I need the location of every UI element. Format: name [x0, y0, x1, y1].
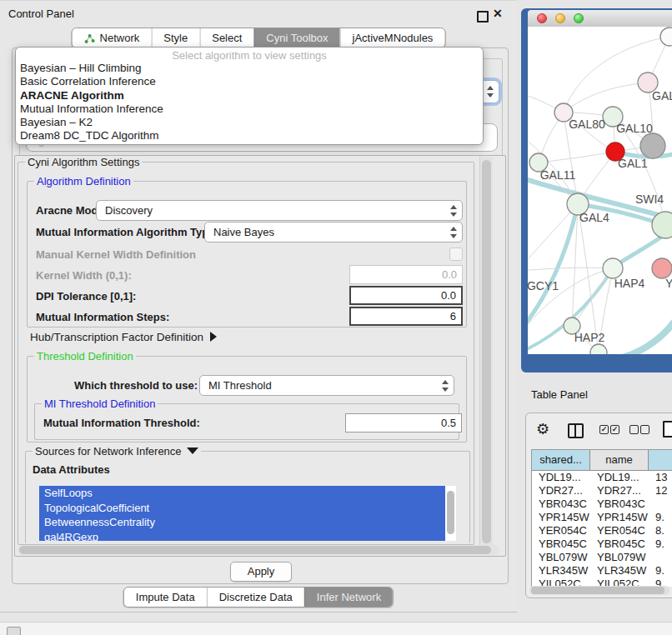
table-cell: YDL19...: [532, 471, 590, 484]
maximize-traffic-light-icon[interactable]: [574, 13, 584, 23]
new-table-icon[interactable]: [663, 421, 672, 438]
node-label: GAL80: [569, 118, 605, 131]
close-traffic-light-icon[interactable]: [537, 13, 547, 23]
settings-gear-icon[interactable]: ⚙: [536, 420, 549, 438]
network-canvas[interactable]: GALGAL80GAL10GAL1GAL11GAL4SWI4GCY1HAP4YH…: [528, 27, 672, 354]
tab-infer-network[interactable]: Infer Network: [304, 588, 393, 607]
data-attributes-label: Data Attributes: [33, 463, 110, 476]
table-cell: [649, 498, 672, 511]
table-cell: 9.: [649, 538, 672, 551]
table-cell: YLR345W: [590, 564, 649, 578]
table-horizontal-scrollbar[interactable]: [529, 586, 669, 595]
manual-kernel-label: Manual Kernel Width Definition: [36, 248, 196, 261]
network-icon: [84, 32, 96, 44]
column-view-icon[interactable]: [568, 423, 584, 438]
algorithm-option[interactable]: ARACNE Algorithm: [16, 89, 483, 102]
popup-item-list: Bayesian – Hill ClimbingBasic Correlatio…: [16, 62, 483, 143]
table-row[interactable]: YBR045CYBR045C9.: [532, 538, 672, 551]
combo-value: Discovery: [105, 204, 153, 217]
tab-network[interactable]: Network: [73, 28, 152, 48]
table-cell: YDL19...: [590, 471, 649, 484]
vertical-scrollbar[interactable]: [479, 157, 493, 553]
column-header-shared[interactable]: shared...: [532, 450, 590, 470]
table-row[interactable]: YER054CYER054C8.: [532, 524, 672, 538]
scrollbar-thumb[interactable]: [531, 587, 664, 594]
mi-threshold-definition-group: MI Threshold Definition Mutual Informati…: [34, 403, 459, 440]
tab-jactivemnodules[interactable]: jActiveMNodules: [340, 28, 445, 48]
tab-select[interactable]: Select: [199, 28, 253, 48]
network-window-titlebar[interactable]: [528, 10, 672, 28]
combo-stepper-icon: [450, 205, 458, 217]
hub-definition-toggle[interactable]: Hub/Transcription Factor Definition: [30, 331, 217, 343]
tab-discretize-data[interactable]: Discretize Data: [207, 588, 304, 607]
algorithm-option[interactable]: Mutual Information Inference: [16, 102, 483, 116]
dpi-tolerance-field[interactable]: 0.0: [349, 286, 463, 305]
sources-toggle[interactable]: Sources for Network Inference: [33, 445, 201, 458]
table-row[interactable]: YDL19...YDL19...13: [532, 471, 672, 484]
attribute-list-item[interactable]: TopologicalCoefficient: [39, 501, 445, 516]
tab-impute-data[interactable]: Impute Data: [124, 588, 207, 607]
mi-algorithm-type-combobox[interactable]: Naive Bayes: [204, 222, 463, 242]
tab-cyni-toolbox[interactable]: Cyni Toolbox: [253, 28, 339, 48]
algorithm-option[interactable]: Dream8 DC_TDC Algorithm: [16, 129, 483, 142]
column-header-name[interactable]: name: [590, 450, 649, 470]
network-edge: [539, 152, 615, 162]
minimized-panel-icon[interactable]: [7, 627, 21, 635]
mi-threshold-field[interactable]: 0.5: [345, 413, 462, 432]
aracne-mode-combobox[interactable]: Discovery: [96, 200, 463, 221]
network-node-y[interactable]: [652, 258, 672, 278]
table-cell: YBR043C: [590, 498, 649, 511]
column-header-a[interactable]: A: [649, 450, 672, 470]
network-node-hap4[interactable]: [603, 258, 623, 278]
table-row[interactable]: YDR27...YDR27...12: [532, 484, 672, 498]
deselect-all-icon[interactable]: [629, 425, 639, 434]
table-cell: YPR145W: [590, 511, 649, 524]
table-cell: 9.: [649, 511, 672, 524]
table-cell: YBR045C: [590, 538, 649, 551]
scrollbar-thumb[interactable]: [19, 546, 491, 554]
mi-steps-field[interactable]: 6: [349, 307, 463, 326]
list-scrollbar-thumb[interactable]: [447, 491, 454, 534]
algorithm-option[interactable]: Bayesian – K2: [16, 116, 483, 129]
tab-label: jActiveMNodules: [353, 32, 434, 44]
network-node[interactable]: [640, 133, 665, 158]
network-node[interactable]: [590, 344, 607, 354]
table-row[interactable]: YBR043CYBR043C: [532, 498, 672, 511]
table-cell: YBR043C: [532, 498, 590, 511]
table-cell: 12: [649, 484, 672, 498]
node-label: HAP2: [574, 331, 605, 344]
mi-threshold-label: Mutual Information Threshold:: [43, 417, 200, 429]
table-cell: YER054C: [590, 524, 649, 538]
table-row[interactable]: YLR345WYLR345W9.: [532, 564, 672, 578]
tab-label: Impute Data: [136, 591, 195, 603]
algorithm-option[interactable]: Bayesian – Hill Climbing: [16, 62, 483, 75]
algorithm-select-popup: Select algorithm to view settings Bayesi…: [15, 47, 484, 145]
data-attributes-list[interactable]: SelfLoopsTopologicalCoefficientBetweenne…: [39, 486, 456, 541]
table-cell: YBR045C: [532, 538, 590, 551]
select-all-icon[interactable]: ✓: [610, 425, 619, 434]
attribute-list-item[interactable]: gal4RGexp: [39, 530, 445, 542]
tab-label: Discretize Data: [219, 591, 293, 603]
attribute-list-item[interactable]: BetweennessCentrality: [39, 515, 445, 530]
tab-style[interactable]: Style: [151, 28, 199, 48]
close-icon[interactable]: ✕: [493, 7, 503, 20]
table-cell: 13: [649, 471, 672, 484]
table-row[interactable]: YPR145WYPR145W9.: [532, 511, 672, 524]
manual-kernel-checkbox[interactable]: [449, 248, 463, 261]
horizontal-scrollbar[interactable]: [18, 545, 499, 555]
select-all-icon[interactable]: ✓: [599, 425, 609, 434]
algorithm-option[interactable]: Basic Correlation Inference: [16, 75, 483, 88]
apply-button[interactable]: Apply: [230, 562, 292, 582]
deselect-all-icon[interactable]: [640, 425, 649, 434]
scrollbar-thumb[interactable]: [482, 160, 491, 543]
attribute-list-item[interactable]: SelfLoops: [39, 486, 445, 501]
minimize-traffic-light-icon[interactable]: [555, 13, 565, 23]
table-cell: [649, 551, 672, 564]
network-node[interactable]: [660, 28, 672, 46]
threshold-combobox[interactable]: MI Threshold: [199, 375, 454, 396]
float-window-icon[interactable]: [477, 11, 489, 22]
table-row[interactable]: YBL079WYBL079W: [532, 551, 672, 564]
kernel-width-field[interactable]: 0.0: [349, 265, 463, 284]
mi-type-label: Mutual Information Algorithm Type:: [36, 226, 218, 238]
table-header-row: shared...nameA: [532, 450, 672, 471]
